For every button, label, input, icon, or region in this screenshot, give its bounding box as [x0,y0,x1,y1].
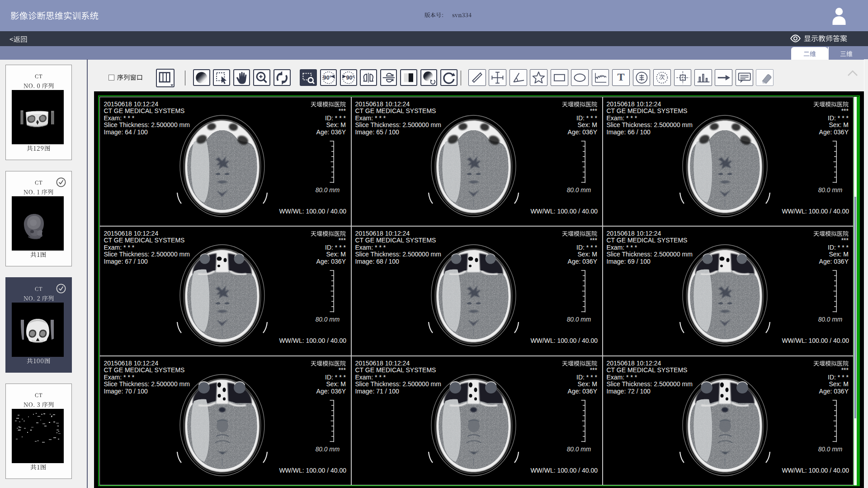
svg-text:90°: 90° [346,74,354,81]
svg-text:90°: 90° [323,74,331,81]
